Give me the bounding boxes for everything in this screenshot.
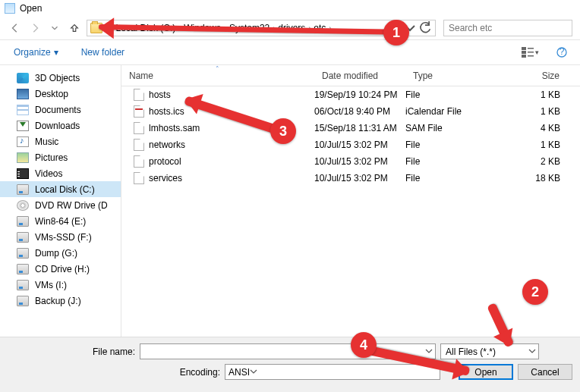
sidebar-item[interactable]: Win8-64 (E:) — [0, 213, 121, 229]
file-size: 1 KB — [490, 89, 580, 100]
file-row[interactable]: networks10/Jul/15 3:02 PMFile1 KB — [121, 136, 580, 153]
svg-rect-2 — [522, 55, 526, 58]
disk-icon — [17, 296, 29, 306]
annotation-callout-4: 4 — [351, 332, 377, 358]
3d-icon — [17, 73, 29, 83]
file-date: 15/Sep/18 11:31 AM — [314, 123, 405, 133]
file-row[interactable]: lmhosts.sam15/Sep/18 11:31 AMSAM File4 K… — [121, 120, 580, 136]
help-button[interactable]: ? — [553, 44, 571, 61]
sidebar-item-label: Documents — [35, 105, 81, 115]
file-row[interactable]: services10/Jul/15 3:02 PMFile18 KB — [121, 170, 580, 187]
sidebar-item[interactable]: CD Drive (H:) — [0, 261, 121, 277]
column-type[interactable]: Type — [405, 65, 490, 86]
window-icon — [5, 3, 15, 14]
svg-rect-4 — [528, 52, 534, 53]
sidebar-item-label: VMs-SSD (F:) — [35, 232, 92, 243]
new-folder-button[interactable]: New folder — [77, 44, 129, 61]
column-size-label: Size — [542, 71, 560, 81]
sidebar-item-label: Music — [35, 136, 58, 147]
dvd-icon — [17, 200, 29, 211]
file-name: protocol — [149, 156, 181, 167]
disk-icon — [17, 280, 29, 290]
doc-icon — [17, 105, 29, 115]
nav-forward-button[interactable] — [27, 20, 43, 36]
sidebar-item[interactable]: Documents — [0, 102, 121, 118]
sidebar-item[interactable]: Pictures — [0, 149, 121, 165]
annotation-callout-2: 2 — [522, 279, 548, 305]
nav-back-button[interactable] — [8, 20, 23, 36]
sidebar-item[interactable]: Backup (J:) — [0, 293, 121, 309]
file-name: lmhosts.sam — [149, 123, 200, 133]
sidebar-item[interactable]: 3D Objects — [0, 70, 121, 86]
column-size[interactable]: Size — [490, 65, 580, 86]
sidebar-item-label: Backup (J:) — [35, 296, 81, 306]
file-date: 10/Jul/15 3:02 PM — [314, 140, 405, 150]
column-date[interactable]: Date modified — [314, 65, 405, 86]
file-icon — [134, 122, 144, 134]
chevron-down-icon: ▾ — [54, 47, 58, 58]
svg-rect-1 — [522, 51, 526, 54]
refresh-button[interactable] — [418, 21, 432, 35]
file-size: 4 KB — [490, 123, 580, 133]
pic-icon — [17, 152, 29, 163]
file-size: 18 KB — [490, 173, 580, 183]
window-title: Open — [20, 3, 42, 14]
svg-rect-5 — [528, 55, 534, 57]
nav-up-button[interactable] — [67, 20, 82, 36]
search-box[interactable] — [443, 20, 572, 36]
disk-icon — [17, 248, 29, 259]
sidebar-item-label: Desktop — [35, 89, 68, 99]
file-date: 06/Oct/18 9:40 PM — [314, 106, 405, 117]
chevron-down-icon[interactable] — [250, 367, 257, 378]
dl-icon — [17, 121, 29, 131]
sidebar-item[interactable]: Videos — [0, 165, 121, 181]
view-options-button[interactable]: ▾ — [521, 44, 539, 61]
file-type-filter[interactable]: All Files (*.*) — [440, 343, 539, 359]
file-type-value: All Files (*.*) — [446, 347, 496, 357]
sidebar-item[interactable]: Local Disk (C:) — [0, 181, 121, 197]
sidebar-item-label: Videos — [35, 168, 62, 179]
column-name-label: Name — [129, 71, 153, 81]
disk-icon — [17, 264, 29, 274]
encoding-combobox[interactable]: ANSI — [225, 364, 440, 380]
annotation-callout-1: 1 — [383, 20, 409, 45]
file-type: File — [405, 140, 490, 150]
file-name: services — [149, 173, 182, 183]
desktop-icon — [17, 89, 29, 99]
file-date: 10/Jul/15 3:02 PM — [314, 156, 405, 167]
dialog-footer: File name: All Files (*.*) Encoding: ANS… — [0, 337, 580, 392]
new-folder-label: New folder — [81, 47, 125, 58]
cancel-button[interactable]: Cancel — [518, 364, 572, 380]
file-name: networks — [149, 140, 185, 150]
file-size: 1 KB — [490, 106, 580, 117]
file-type: iCalendar File — [405, 106, 490, 117]
column-name[interactable]: Name ˄ — [121, 65, 314, 86]
file-icon — [134, 105, 144, 118]
file-icon — [134, 139, 144, 151]
file-row[interactable]: protocol10/Jul/15 3:02 PMFile2 KB — [121, 153, 580, 170]
sidebar-item-label: Win8-64 (E:) — [35, 216, 86, 227]
column-date-label: Date modified — [322, 71, 378, 81]
sidebar-item[interactable]: Desktop — [0, 86, 121, 102]
chevron-down-icon[interactable] — [425, 347, 433, 357]
sidebar-item[interactable]: Music — [0, 133, 121, 149]
annotation-callout-3: 3 — [270, 118, 296, 144]
file-size: 1 KB — [490, 140, 580, 150]
svg-rect-3 — [528, 48, 534, 49]
title-bar: Open — [0, 0, 580, 17]
sidebar-item[interactable]: Dump (G:) — [0, 245, 121, 261]
sidebar-item-label: Dump (G:) — [35, 248, 77, 259]
search-input[interactable] — [449, 23, 567, 33]
organize-button[interactable]: Organize ▾ — [9, 44, 63, 61]
sidebar-item[interactable]: DVD RW Drive (D — [0, 197, 121, 213]
disk-icon — [17, 184, 29, 195]
column-headers: Name ˄ Date modified Type Size — [121, 65, 580, 86]
sidebar-item[interactable]: VMs-SSD (F:) — [0, 229, 121, 245]
encoding-label: Encoding: — [8, 367, 220, 378]
nav-recent-button[interactable] — [47, 20, 62, 36]
svg-text:?: ? — [560, 47, 565, 57]
chevron-down-icon[interactable] — [528, 347, 536, 357]
file-date: 19/Sep/19 10:24 PM — [314, 89, 405, 100]
sidebar-item[interactable]: VMs (I:) — [0, 277, 121, 293]
sidebar-item[interactable]: Downloads — [0, 118, 121, 133]
